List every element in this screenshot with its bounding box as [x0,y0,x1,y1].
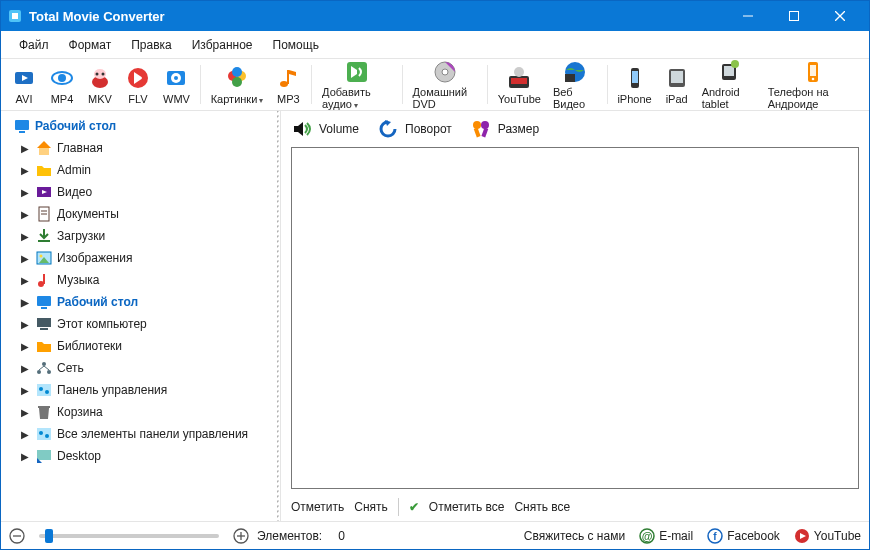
toolbar-dvd[interactable]: Домашний DVD [407,61,483,108]
tree-node-home[interactable]: ▶Главная [1,137,280,159]
tree-node-download[interactable]: ▶Загрузки [1,225,280,247]
toolbar-webvideo[interactable]: Веб Видео [547,61,603,108]
maximize-button[interactable] [771,1,817,31]
youtube-link[interactable]: YouTube [794,528,861,544]
splitter[interactable] [275,111,280,521]
folder-icon [35,161,53,179]
zoom-slider[interactable] [39,534,219,538]
svg-rect-79 [474,128,481,138]
unmarkall-button[interactable]: Снять все [514,500,570,514]
menu-файл[interactable]: Файл [9,31,59,59]
toolbar-android[interactable]: Android tablet [696,61,762,108]
svg-rect-33 [565,74,575,82]
expand-arrow-icon[interactable]: ▶ [21,165,31,176]
tree-node-video[interactable]: ▶Видео [1,181,280,203]
menu-правка[interactable]: Правка [121,31,182,59]
youtube-icon [506,65,532,91]
expand-arrow-icon[interactable]: ▶ [21,429,31,440]
mark-button[interactable]: Отметить [291,500,344,514]
tree-node-folder[interactable]: ▶Admin [1,159,280,181]
svg-point-28 [442,69,448,75]
expand-arrow-icon[interactable]: ▶ [21,451,31,462]
expand-arrow-icon[interactable]: ▶ [21,143,31,154]
svg-rect-66 [37,384,51,396]
content-rotate-button[interactable]: Поворот [377,118,452,140]
svg-rect-39 [724,66,734,76]
toolbar-kartinki[interactable]: Картинки▾ [205,61,270,108]
expand-arrow-icon[interactable]: ▶ [21,407,31,418]
facebook-link[interactable]: f Facebook [707,528,780,544]
toolbar-separator [200,65,201,104]
toolbar-mp4[interactable]: MP4 [43,61,81,108]
tree-node-image[interactable]: ▶Изображения [1,247,280,269]
expand-arrow-icon[interactable]: ▶ [21,231,31,242]
menu-избранное[interactable]: Избранное [182,31,263,59]
markall-button[interactable]: Отметить все [429,500,505,514]
toolbar-ipad[interactable]: iPad [658,61,696,108]
expand-arrow-icon[interactable]: ▶ [21,319,31,330]
toolbar-wmv[interactable]: WMV [157,61,196,108]
toolbar-aphone[interactable]: Телефон на Андроиде [762,61,865,108]
tree-node-desktop[interactable]: ▶Рабочий стол [1,291,280,313]
content-volume-button[interactable]: Volume [291,118,359,140]
svg-point-12 [96,72,99,75]
toolbar-iphone[interactable]: iPhone [611,61,657,108]
minimize-button[interactable] [725,1,771,31]
svg-point-71 [39,431,43,435]
toolbar-flv[interactable]: FLV [119,61,157,108]
toolbar-mp3[interactable]: MP3 [269,61,307,108]
svg-rect-61 [37,318,51,327]
tree-node-music[interactable]: ▶Музыка [1,269,280,291]
toolbar-youtube[interactable]: YouTube [492,61,547,108]
check-icon: ✔ [409,500,419,514]
svg-point-55 [40,255,43,258]
expand-arrow-icon[interactable]: ▶ [21,253,31,264]
svg-text:@: @ [642,530,653,542]
elements-label: Элементов: [257,529,322,543]
svg-rect-35 [632,71,638,83]
tree-node-docs[interactable]: ▶Документы [1,203,280,225]
expand-arrow-icon[interactable]: ▶ [21,209,31,220]
expand-arrow-icon[interactable]: ▶ [21,297,31,308]
tree-node-pc[interactable]: ▶Этот компьютер [1,313,280,335]
tree-node-shortcut[interactable]: ▶Desktop [1,445,280,467]
email-link[interactable]: @ E-mail [639,528,693,544]
elements-count: 0 [338,529,345,543]
panel-icon [35,425,53,443]
menu-помощь[interactable]: Помощь [263,31,329,59]
close-button[interactable] [817,1,863,31]
tree-node-panel[interactable]: ▶Все элементы панели управления [1,423,280,445]
toolbar-separator [402,65,403,104]
svg-point-9 [58,74,66,82]
expand-arrow-icon[interactable]: ▶ [21,187,31,198]
svg-rect-60 [41,307,47,309]
expand-arrow-icon[interactable]: ▶ [21,363,31,374]
app-icon [7,8,23,24]
file-list[interactable] [291,147,859,489]
toolbar-separator [311,65,312,104]
svg-point-67 [39,387,43,391]
content-resize-button[interactable]: Размер [470,118,539,140]
kartinki-icon [224,65,250,91]
toolbar-mkv[interactable]: MKV [81,61,119,108]
unmark-button[interactable]: Снять [354,500,388,514]
svg-point-64 [37,370,41,374]
tree-node-folder[interactable]: ▶Библиотеки [1,335,280,357]
separator [398,498,399,516]
tree-root[interactable]: Рабочий стол [1,115,280,137]
toolbar-addaudio[interactable]: Добавить аудио▾ [316,61,398,108]
expand-arrow-icon[interactable]: ▶ [21,341,31,352]
svg-rect-37 [671,71,683,83]
tree-node-network[interactable]: ▶Сеть [1,357,280,379]
svg-rect-80 [481,128,488,138]
toolbar-avi[interactable]: AVI [5,61,43,108]
mp4-icon [49,65,75,91]
menu-формат[interactable]: Формат [59,31,122,59]
zoom-in-button[interactable] [233,528,249,544]
tree-node-panel[interactable]: ▶Панель управления [1,379,280,401]
tree-node-trash[interactable]: ▶Корзина [1,401,280,423]
expand-arrow-icon[interactable]: ▶ [21,385,31,396]
expand-arrow-icon[interactable]: ▶ [21,275,31,286]
android-icon [716,60,742,84]
zoom-out-button[interactable] [9,528,25,544]
